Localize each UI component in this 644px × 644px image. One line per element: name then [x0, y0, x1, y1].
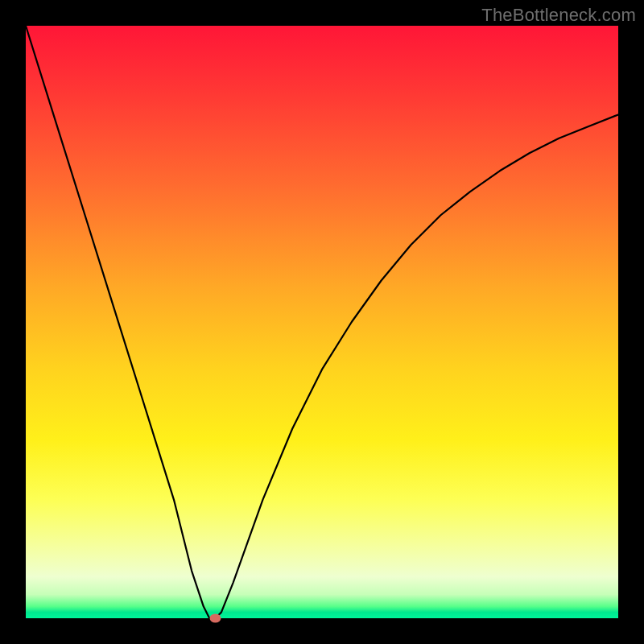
chart-frame: TheBottleneck.com	[0, 0, 644, 644]
watermark-text: TheBottleneck.com	[481, 5, 636, 26]
minimum-marker	[210, 614, 221, 623]
curve-layer	[26, 26, 618, 618]
bottleneck-curve	[26, 26, 618, 618]
